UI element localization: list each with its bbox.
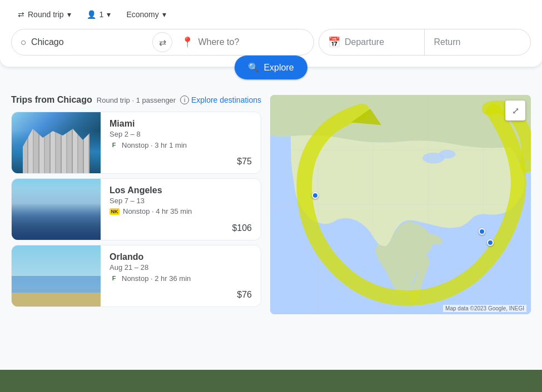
details-la: NK Nonstop · 4 hr 35 min [110,207,252,215]
swap-button[interactable]: ⇄ [152,32,172,52]
trip-options-bar: ⇄ Round trip ▾ 👤 1 ▾ Economy ▾ [11,7,531,22]
destination-field[interactable]: 📍 [172,29,313,55]
passenger-icon: 👤 [87,10,96,19]
map-dot-la[interactable] [312,192,319,199]
explore-label: Explore [263,63,294,73]
departure-label: Departure [345,37,384,47]
class-chevron: ▾ [162,10,166,19]
origin-icon: ○ [21,37,27,48]
dates-orlando: Aug 21 – 28 [110,263,252,272]
map-dot-miami[interactable] [479,228,485,235]
price-orlando: $76 [110,290,252,300]
map-container[interactable]: ⤢ Map data ©2023 Google, INEGI [270,95,531,314]
origin-input[interactable] [31,37,144,47]
class-button[interactable]: Economy ▾ [120,7,172,22]
flight-info-la: Los Angeles Sep 7 – 13 NK Nonstop · 4 hr… [101,179,261,240]
trips-city: Chicago [57,95,92,104]
destination-miami: Miami [110,119,252,129]
trips-heading: Trips from Chicago [11,95,92,105]
flight-card-miami[interactable]: Miami Sep 2 – 8 F Nonstop · 3 hr 1 min $… [11,112,261,174]
flight-info-orlando: Nonstop · 2 hr 36 min [122,274,191,283]
map-attribution: Map data ©2023 Google, INEGI [443,305,526,312]
return-field[interactable]: Return [425,29,530,55]
flight-info-la: Nonstop · 4 hr 35 min [123,207,192,215]
destination-icon: 📍 [181,36,193,48]
dates-la: Sep 7 – 13 [110,197,252,205]
frontier-icon-miami: F [110,140,118,149]
frontier-icon-orlando: F [110,274,118,283]
details-miami: F Nonstop · 3 hr 1 min [110,140,252,149]
calendar-icon: 📅 [328,36,340,48]
main-content: Trips from Chicago Round trip · 1 passen… [0,86,542,323]
passenger-count: 1 [100,10,104,19]
trip-type-chevron: ▾ [67,10,71,19]
explore-btn-container: 🔍 Explore [0,56,542,79]
svg-point-2 [439,150,456,159]
location-fields: ○ ⇄ 📍 [11,29,314,56]
flight-card-orlando[interactable]: Orlando Aug 21 – 28 F Nonstop · 2 hr 36 … [11,245,261,307]
trips-subtitle: Round trip · 1 passenger [97,96,176,104]
flight-info-orlando: Orlando Aug 21 – 28 F Nonstop · 2 hr 36 … [101,245,261,306]
expand-icon: ⤢ [512,105,519,116]
flight-info-miami: Miami Sep 2 – 8 F Nonstop · 3 hr 1 min $… [101,112,261,173]
flight-image-miami [12,112,101,173]
destination-la: Los Angeles [110,185,252,195]
left-panel: Trips from Chicago Round trip · 1 passen… [11,95,261,314]
details-orlando: F Nonstop · 2 hr 36 min [110,274,252,283]
flight-image-orlando [12,245,101,306]
spirit-icon-la: NK [110,208,120,215]
price-la: $106 [110,223,252,233]
trips-header: Trips from Chicago Round trip · 1 passen… [11,95,261,105]
origin-field[interactable]: ○ [12,29,152,55]
explore-button[interactable]: 🔍 Explore [235,56,307,79]
destination-input[interactable] [198,37,304,47]
swap-icon: ⇄ [18,10,24,19]
swap-arrows-icon: ⇄ [159,37,166,48]
bottom-bar [0,370,542,392]
map-expand-button[interactable]: ⤢ [505,100,525,120]
flight-info-miami: Nonstop · 3 hr 1 min [122,141,187,149]
flight-image-la [12,179,101,240]
trips-title: Trips from Chicago Round trip · 1 passen… [11,95,189,105]
flight-card-la[interactable]: Los Angeles Sep 7 – 13 NK Nonstop · 4 hr… [11,178,261,240]
passengers-button[interactable]: 👤 1 ▾ [80,7,118,22]
dates-miami: Sep 2 – 8 [110,130,252,138]
trip-type-label: Round trip [28,10,64,19]
destination-orlando: Orlando [110,252,252,262]
info-icon[interactable]: i [180,96,189,104]
map-dot-orlando[interactable] [487,239,494,246]
class-label: Economy [126,10,158,19]
explore-search-icon: 🔍 [248,62,259,73]
trips-from-label: Trips from [11,95,57,104]
map-background: ⤢ Map data ©2023 Google, INEGI [270,95,531,314]
explore-destinations-link[interactable]: Explore destinations [191,96,261,104]
return-label: Return [434,37,460,47]
trip-type-button[interactable]: ⇄ Round trip ▾ [11,7,78,22]
passenger-chevron: ▾ [107,10,111,19]
departure-field[interactable]: 📅 Departure [319,29,425,55]
price-miami: $75 [110,157,252,167]
search-fields: ○ ⇄ 📍 📅 Departure Return [11,29,531,56]
date-fields: 📅 Departure Return [319,29,531,56]
map-svg [270,95,531,314]
